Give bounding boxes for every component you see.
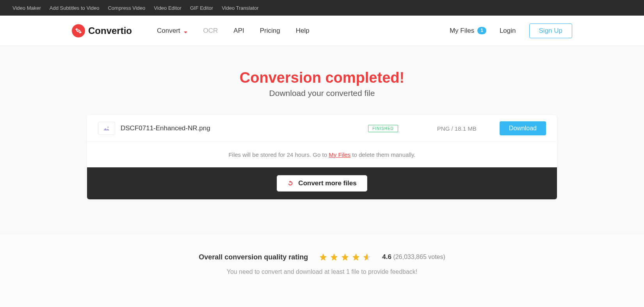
signup-button[interactable]: Sign Up <box>529 23 572 38</box>
topbar-link-compress[interactable]: Compress Video <box>108 5 145 11</box>
headline-subtitle: Download your converted file <box>87 89 557 98</box>
nav-myfiles[interactable]: My Files 1 <box>450 27 486 35</box>
convert-more-bar: Convert more files <box>87 167 557 199</box>
rating-section: Overall conversion quality rating 4.6 (2… <box>0 234 644 307</box>
file-row: DSCF0711-Enhanced-NR.png FINISHED PNG / … <box>87 115 557 142</box>
file-name: DSCF0711-Enhanced-NR.png <box>121 124 352 132</box>
nav-myfiles-label: My Files <box>450 27 474 35</box>
page-body: Conversion completed! Download your conv… <box>0 46 644 307</box>
status-badge: FINISHED <box>368 125 398 132</box>
storage-note-suffix: to delete them manually. <box>350 151 415 158</box>
nav-pricing[interactable]: Pricing <box>260 27 280 35</box>
nav-convert-label: Convert <box>157 27 180 35</box>
refresh-icon <box>287 180 294 186</box>
star-icon <box>330 253 338 261</box>
rating-votes: (26,033,865 votes) <box>393 254 445 260</box>
image-file-icon <box>98 122 115 135</box>
chevron-down-icon <box>183 28 188 33</box>
main-header: Convertio Convert OCR API Pricing Help M… <box>0 16 644 46</box>
myfiles-count-badge: 1 <box>477 27 486 34</box>
logo[interactable]: Convertio <box>72 24 132 37</box>
nav-api[interactable]: API <box>233 27 244 35</box>
star-icon <box>352 253 360 261</box>
convert-more-button[interactable]: Convert more files <box>277 175 367 192</box>
nav-right: My Files 1 Login Sign Up <box>450 23 572 38</box>
nav-login[interactable]: Login <box>500 27 516 35</box>
logo-icon <box>72 24 85 37</box>
utility-topbar: Video Maker Add Subtitles to Video Compr… <box>0 0 644 16</box>
storage-myfiles-link[interactable]: My Files <box>329 151 350 158</box>
nav-help[interactable]: Help <box>296 27 310 35</box>
topbar-link-gif-editor[interactable]: GIF Editor <box>190 5 213 11</box>
rating-line: Overall conversion quality rating 4.6 (2… <box>8 253 636 261</box>
download-button[interactable]: Download <box>500 121 546 135</box>
logo-text: Convertio <box>88 25 132 36</box>
topbar-link-translator[interactable]: Video Translator <box>222 5 258 11</box>
star-half-icon <box>363 253 371 261</box>
rating-stars[interactable] <box>319 253 371 261</box>
storage-note-prefix: Files will be stored for 24 hours. Go to <box>228 151 329 158</box>
topbar-link-video-editor[interactable]: Video Editor <box>154 5 181 11</box>
rating-note: You need to convert and download at leas… <box>8 268 636 275</box>
star-icon <box>341 253 349 261</box>
topbar-link-video-maker[interactable]: Video Maker <box>12 5 41 11</box>
headline-title: Conversion completed! <box>87 69 557 86</box>
rating-label: Overall conversion quality rating <box>199 253 308 261</box>
convert-more-label: Convert more files <box>298 179 356 187</box>
rating-score: 4.6 <box>382 253 391 261</box>
star-icon <box>319 253 327 261</box>
file-meta: PNG / 18.1 MB <box>437 125 500 132</box>
nav-ocr[interactable]: OCR <box>203 27 218 35</box>
nav-main: Convert OCR API Pricing Help <box>157 27 310 35</box>
nav-convert[interactable]: Convert <box>157 27 188 35</box>
headline: Conversion completed! Download your conv… <box>87 69 557 98</box>
storage-note: Files will be stored for 24 hours. Go to… <box>87 142 557 167</box>
conversion-card: DSCF0711-Enhanced-NR.png FINISHED PNG / … <box>87 115 557 199</box>
topbar-link-subtitles[interactable]: Add Subtitles to Video <box>50 5 100 11</box>
